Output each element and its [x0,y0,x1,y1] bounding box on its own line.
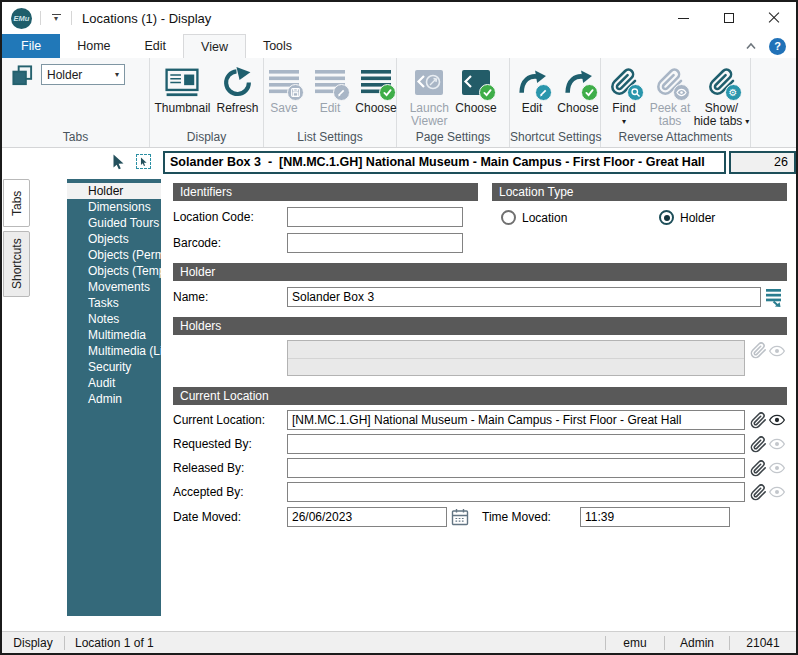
select-cursor-icon[interactable] [110,153,126,170]
sidebar-item-tasks[interactable]: Tasks [67,295,161,311]
marquee-select-icon[interactable] [136,154,151,169]
current-location-field[interactable] [287,410,745,430]
eye-icon [673,84,690,101]
holders-grid [287,340,745,376]
cursor-arrow-icon [139,157,148,166]
app-window: EMu ▾ Locations (1) - Display File Home … [0,0,798,655]
vertical-tab-tabs[interactable]: Tabs [3,179,30,227]
date-moved-field[interactable] [287,507,447,527]
shortcut-choose-button[interactable]: Choose [555,63,601,117]
sidebar-item-guided-tours[interactable]: Guided Tours [67,215,161,231]
vertical-tab-shortcuts[interactable]: Shortcuts [3,231,30,297]
time-moved-label: Time Moved: [469,510,580,524]
statusbar-role: Admin [665,632,729,653]
emu-logo-icon: EMu [11,8,32,29]
tab-list-panel: Holder Dimensions Guided Tours Objects O… [67,179,161,616]
section-header-holders: Holders [173,317,787,335]
refresh-icon [222,67,253,98]
autofill-list-icon[interactable] [764,287,784,307]
refresh-button[interactable]: Refresh [214,63,262,117]
tab-selector-value: Holder [47,68,82,82]
tab-home[interactable]: Home [60,34,127,58]
sidebar-item-dimensions[interactable]: Dimensions [67,199,161,215]
shortcut-edit-button[interactable]: Edit [509,63,555,117]
tab-file[interactable]: File [2,34,60,58]
radio-location[interactable]: Location [501,210,659,225]
chevron-down-icon: ▾ [115,70,119,79]
sidebar-item-objects-perm[interactable]: Objects (Perm) [67,247,161,263]
radio-unselected-icon [501,210,516,225]
list-choose-button[interactable]: Choose [353,63,399,117]
maximize-button[interactable] [706,2,751,34]
radio-holder[interactable]: Holder [659,210,715,225]
titlebar-separator [71,11,72,25]
sidebar-item-security[interactable]: Security [67,359,161,375]
current-location-label: Current Location: [173,413,287,427]
tab-tools[interactable]: Tools [246,34,309,58]
ribbon-group-reverse-attachments: Find ▾ Peek at tabs [601,58,751,147]
eye-icon[interactable] [769,412,785,428]
maximize-icon [724,13,734,23]
section-header-current-location: Current Location [173,387,787,405]
ribbon: Holder ▾ Tabs [2,58,796,148]
question-icon: ? [774,40,781,52]
eye-icon [769,484,785,500]
attach-icon[interactable] [750,484,767,501]
titlebar-separator [40,11,41,25]
sidebar-item-movements[interactable]: Movements [67,279,161,295]
ribbon-group-display: Thumbnail Refresh Display [150,58,264,147]
tab-edit[interactable]: Edit [128,34,184,58]
attach-icon[interactable] [750,412,767,429]
check-icon [479,84,496,101]
location-code-label: Location Code: [173,210,287,224]
thumbnail-button[interactable]: Thumbnail [151,63,213,117]
minimize-icon [678,18,689,19]
accepted-by-field[interactable] [287,482,745,502]
barcode-field[interactable] [287,233,463,253]
group-label-display: Display [150,130,263,147]
calendar-icon [451,508,469,526]
statusbar-mode: Display [2,632,64,653]
group-label-list-settings: List Settings [264,130,396,147]
holder-name-field[interactable] [287,287,761,307]
sidebar-item-multimedia-list[interactable]: Multimedia (List) [67,343,161,359]
requested-by-field[interactable] [287,434,745,454]
attach-icon[interactable] [750,460,767,477]
minimize-button[interactable] [661,2,706,34]
sidebar-item-notes[interactable]: Notes [67,311,161,327]
tab-view[interactable]: View [183,34,246,58]
eye-icon [769,343,785,359]
sidebar-item-holder[interactable]: Holder [67,183,161,199]
help-button[interactable]: ? [769,38,786,55]
time-moved-field[interactable] [580,507,730,527]
sidebar-item-objects[interactable]: Objects [67,231,161,247]
released-by-label: Released By: [173,461,287,475]
attach-icon[interactable] [750,436,767,453]
close-icon [768,12,780,24]
sidebar-item-admin[interactable]: Admin [67,391,161,407]
ribbon-tab-row: File Home Edit View Tools ? [2,34,796,58]
group-label-page-settings: Page Settings [397,130,509,147]
record-form: Identifiers Location Code: Barcode: Loca… [165,179,795,628]
show-hide-tabs-button[interactable]: ⚙ Show/ hide tabs ▾ [693,63,750,130]
chevron-down-icon: ▾ [54,16,58,22]
check-icon [581,84,598,101]
find-attachments-button[interactable]: Find ▾ [601,63,647,127]
quick-access-customize-button[interactable]: ▾ [49,14,63,22]
window-tabs-icon [11,64,34,87]
titlebar: EMu ▾ Locations (1) - Display [2,2,796,34]
gear-icon: ⚙ [725,84,742,101]
collapse-ribbon-button[interactable] [745,42,757,50]
calendar-button[interactable] [451,508,469,526]
sidebar-item-objects-temp[interactable]: Objects (Temp) [67,263,161,279]
group-label-shortcut-settings: Shortcut Settings [510,130,600,147]
close-button[interactable] [751,2,796,34]
sidebar-item-audit[interactable]: Audit [67,375,161,391]
eye-icon [769,460,785,476]
sidebar-item-multimedia[interactable]: Multimedia [67,327,161,343]
location-code-field[interactable] [287,207,463,227]
attach-icon [750,342,767,359]
page-choose-button[interactable]: Choose [452,63,499,117]
released-by-field[interactable] [287,458,745,478]
tab-selector-dropdown[interactable]: Holder ▾ [41,64,125,85]
